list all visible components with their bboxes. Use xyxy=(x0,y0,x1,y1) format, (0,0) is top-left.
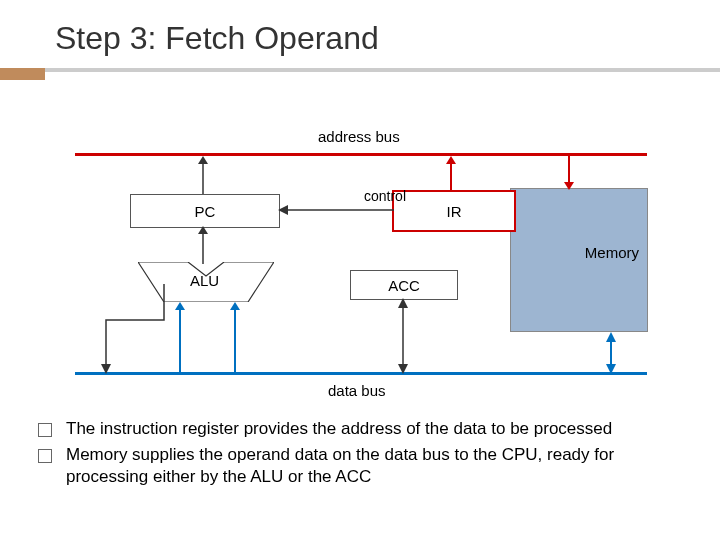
svg-marker-18 xyxy=(398,364,408,374)
arrow-data-to-alu-right xyxy=(228,302,242,374)
svg-marker-2 xyxy=(198,156,208,164)
memory-label: Memory xyxy=(585,244,639,261)
svg-marker-21 xyxy=(606,364,616,374)
svg-marker-17 xyxy=(398,298,408,308)
bullet-icon xyxy=(38,449,52,463)
svg-marker-10 xyxy=(198,226,208,234)
acc-block: ACC xyxy=(350,270,458,300)
arrow-address-to-memory xyxy=(562,156,576,190)
title-underline xyxy=(0,68,720,72)
acc-label: ACC xyxy=(388,277,420,294)
data-bus-label: data bus xyxy=(328,382,386,399)
svg-marker-4 xyxy=(446,156,456,164)
svg-marker-14 xyxy=(230,302,240,310)
pc-block: PC xyxy=(130,194,280,228)
alu-label: ALU xyxy=(190,272,219,289)
svg-marker-15 xyxy=(101,364,111,374)
svg-marker-20 xyxy=(606,332,616,342)
bullet-text: Memory supplies the operand data on the … xyxy=(66,444,690,488)
address-bus-label: address bus xyxy=(318,128,400,145)
list-item: Memory supplies the operand data on the … xyxy=(38,444,690,488)
arrow-data-to-alu-left xyxy=(173,302,187,374)
svg-marker-6 xyxy=(564,182,574,190)
title-accent xyxy=(0,68,45,80)
arrow-acc-data xyxy=(396,298,410,374)
arrow-alu-to-data xyxy=(98,280,168,374)
ir-block: IR xyxy=(392,190,516,232)
bullet-text: The instruction register provides the ad… xyxy=(66,418,690,440)
list-item: The instruction register provides the ad… xyxy=(38,418,690,440)
svg-marker-8 xyxy=(278,205,288,215)
arrow-pc-to-address xyxy=(196,156,210,194)
pc-label: PC xyxy=(195,203,216,220)
arrow-alu-to-pc xyxy=(196,226,210,264)
page-title: Step 3: Fetch Operand xyxy=(55,20,379,57)
bullet-list: The instruction register provides the ad… xyxy=(38,418,690,492)
bullet-icon xyxy=(38,423,52,437)
ir-label: IR xyxy=(447,203,462,220)
memory-block: Memory xyxy=(510,188,648,332)
arrow-ir-to-address xyxy=(444,156,458,192)
arrow-memory-data xyxy=(604,332,618,374)
svg-marker-12 xyxy=(175,302,185,310)
arrow-control xyxy=(278,204,394,216)
control-label: control xyxy=(364,188,406,204)
